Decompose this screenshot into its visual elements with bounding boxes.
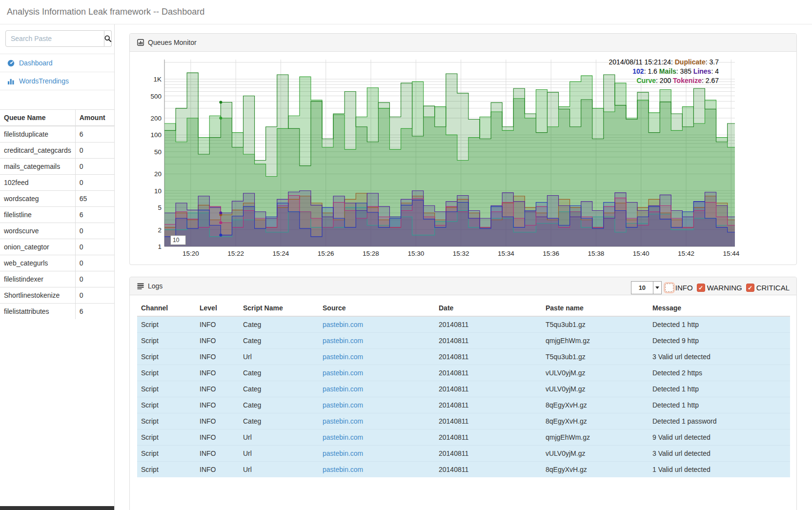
filter-label: WARNING — [707, 284, 742, 292]
warning-checkbox[interactable]: ✓ — [697, 284, 705, 292]
search-button[interactable] — [104, 30, 112, 47]
critical-checkbox[interactable]: ✓ — [746, 284, 754, 292]
queues-monitor-heading: Queues Monitor — [130, 34, 796, 52]
queues-chart[interactable]: 15:2015:2215:2415:2615:2815:3015:3215:34… — [137, 57, 742, 259]
log-cell: INFO — [196, 316, 239, 333]
svg-text:15:44: 15:44 — [723, 250, 739, 257]
log-row: ScriptINFOCategpastebin.com20140811vULV0… — [137, 365, 790, 381]
log-level-filters: INFO✓WARNING✓CRITICAL — [665, 284, 790, 292]
critical-filter[interactable]: ✓CRITICAL — [746, 284, 790, 292]
queue-cell: 65 — [75, 191, 115, 207]
tachometer-icon — [7, 60, 15, 67]
log-cell: 8qEgyXvH.gz — [542, 413, 649, 429]
queue-row: web_categurls0 — [0, 255, 115, 271]
source-link[interactable]: pastebin.com — [323, 466, 363, 473]
queue-cell: 6 — [75, 207, 115, 223]
sidebar-item-label: WordsTrendings — [19, 77, 69, 85]
log-cell: qmjgEhWm.gz — [542, 333, 649, 349]
chart-canvas: 15:2015:2215:2415:2615:2815:3015:3215:34… — [137, 57, 742, 259]
log-cell: Detected 1 http — [649, 397, 790, 413]
log-cell: INFO — [196, 381, 239, 397]
log-cell: Url — [239, 429, 319, 446]
queue-row: wordscurve0 — [0, 223, 115, 239]
source-link[interactable]: pastebin.com — [323, 337, 363, 345]
svg-text:5: 5 — [158, 204, 162, 211]
sidebar-item-dashboard[interactable]: Dashboard — [0, 54, 114, 72]
log-cell: vULV0yjM.gz — [542, 381, 649, 397]
queue-cell: 0 — [75, 255, 115, 271]
queue-cell: filelistduplicate — [0, 126, 75, 143]
info-checkbox[interactable] — [665, 284, 673, 292]
log-cell: 8qEgyXvH.gz — [542, 462, 649, 478]
logs-column-header: Message — [649, 300, 790, 316]
svg-text:15:40: 15:40 — [633, 250, 650, 257]
log-row: ScriptINFOUrlpastebin.com20140811T5qu3ub… — [137, 349, 790, 365]
log-cell: vULV0yjM.gz — [542, 365, 649, 381]
log-cell: Script — [137, 397, 196, 413]
log-cell: pastebin.com — [319, 365, 435, 381]
log-row: ScriptINFOCategpastebin.com20140811vULV0… — [137, 381, 790, 397]
logs-table: ChannelLevelScript NameSourceDatePaste n… — [137, 300, 790, 477]
roller-input[interactable] — [170, 235, 186, 245]
log-cell: Script — [137, 333, 196, 349]
source-link[interactable]: pastebin.com — [323, 385, 363, 393]
queue-table-header-name: Queue Name — [0, 110, 75, 126]
svg-text:50: 50 — [154, 148, 162, 156]
svg-text:15:32: 15:32 — [453, 250, 469, 257]
log-cell: 9 Valid url detected — [649, 429, 790, 446]
queue-row: filelistindexer0 — [0, 271, 115, 287]
chevron-down-icon — [653, 282, 661, 294]
list-icon — [137, 283, 144, 289]
source-link[interactable]: pastebin.com — [323, 433, 363, 441]
info-filter[interactable]: INFO — [665, 284, 693, 292]
queue-row: creditcard_categcards0 — [0, 143, 115, 159]
source-link[interactable]: pastebin.com — [323, 321, 363, 328]
source-link[interactable]: pastebin.com — [323, 417, 363, 425]
log-cell: 20140811 — [435, 446, 542, 462]
log-cell: 20140811 — [435, 365, 542, 381]
log-cell: 20140811 — [435, 333, 542, 349]
queue-row: 102feed0 — [0, 175, 115, 191]
queue-table-header-amount: Amount — [75, 110, 115, 126]
logs-column-header: Channel — [137, 300, 196, 316]
log-cell: Url — [239, 446, 319, 462]
log-cell: INFO — [196, 446, 239, 462]
svg-text:2: 2 — [158, 226, 162, 234]
svg-text:10: 10 — [154, 187, 162, 195]
log-cell: Categ — [239, 316, 319, 333]
log-cell: 20140811 — [435, 316, 542, 333]
source-link[interactable]: pastebin.com — [323, 401, 363, 409]
logs-column-header: Date — [435, 300, 542, 316]
log-cell: pastebin.com — [319, 316, 435, 333]
log-cell: Categ — [239, 333, 319, 349]
queue-row: filelistduplicate6 — [0, 126, 115, 143]
log-cell: INFO — [196, 429, 239, 446]
queue-cell: 0 — [75, 223, 115, 239]
log-cell: 3 Valid url detected — [649, 349, 790, 365]
queues-monitor-body: 15:2015:2215:2415:2615:2815:3015:3215:34… — [130, 52, 796, 265]
queue-table: Queue Name Amount filelistduplicate6cred… — [0, 109, 115, 319]
chart-panel-icon — [137, 39, 144, 46]
log-cell: 3 Valid url detected — [649, 446, 790, 462]
source-link[interactable]: pastebin.com — [323, 353, 363, 361]
log-cell: INFO — [196, 349, 239, 365]
logs-column-header: Source — [319, 300, 435, 316]
source-link[interactable]: pastebin.com — [323, 369, 363, 377]
queue-cell: 6 — [75, 126, 115, 143]
search-input[interactable] — [5, 30, 104, 47]
log-cell: qmjgEhWm.gz — [542, 429, 649, 446]
bar-chart-icon — [7, 78, 15, 85]
queue-cell: 0 — [75, 287, 115, 304]
queue-row: filelistline6 — [0, 207, 115, 223]
queue-cell: filelistindexer — [0, 271, 75, 287]
log-row: ScriptINFOCategpastebin.com20140811qmjgE… — [137, 333, 790, 349]
log-cell: Url — [239, 349, 319, 365]
page-size-value: 10 — [631, 284, 653, 291]
source-link[interactable]: pastebin.com — [323, 449, 363, 457]
log-cell: Detected 9 http — [649, 333, 790, 349]
sidebar-item-wordstrendings[interactable]: WordsTrendings — [0, 72, 114, 90]
svg-text:15:36: 15:36 — [543, 250, 559, 257]
queue-cell: 0 — [75, 239, 115, 255]
warning-filter[interactable]: ✓WARNING — [697, 284, 742, 292]
page-size-select[interactable]: 10 — [631, 281, 662, 294]
